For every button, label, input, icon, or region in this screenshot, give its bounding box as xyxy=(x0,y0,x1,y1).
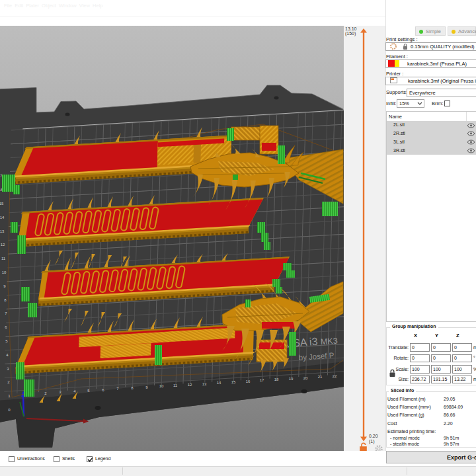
svg-text:14: 14 xyxy=(217,381,221,385)
svg-text:16: 16 xyxy=(246,379,251,383)
svg-text:15: 15 xyxy=(0,202,4,206)
svg-text:12: 12 xyxy=(1,243,5,247)
svg-text:21: 21 xyxy=(318,375,323,379)
svg-text:13: 13 xyxy=(0,229,5,233)
svg-text:17: 17 xyxy=(260,378,264,382)
svg-text:12: 12 xyxy=(188,383,192,387)
svg-text:19: 19 xyxy=(289,377,294,381)
svg-text:14: 14 xyxy=(0,216,5,219)
svg-text:15: 15 xyxy=(231,380,236,384)
svg-text:10: 10 xyxy=(159,384,164,388)
svg-text:22: 22 xyxy=(333,374,337,378)
svg-text:18: 18 xyxy=(274,377,279,381)
svg-text:20: 20 xyxy=(303,376,308,380)
svg-text:13: 13 xyxy=(202,382,207,386)
svg-text:11: 11 xyxy=(173,383,178,387)
svg-text:10: 10 xyxy=(2,270,7,274)
svg-text:11: 11 xyxy=(1,257,6,260)
